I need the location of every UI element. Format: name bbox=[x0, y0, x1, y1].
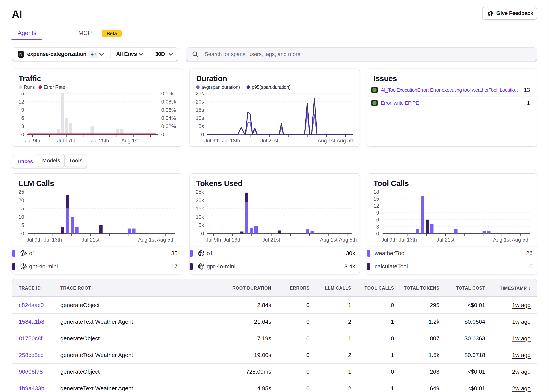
svg-text:Aug 1st: Aug 1st bbox=[138, 237, 156, 243]
svg-text:Jul 9th: Jul 9th bbox=[26, 237, 42, 243]
svg-text:0: 0 bbox=[201, 231, 204, 237]
svg-text:Jul 13th: Jul 13th bbox=[224, 237, 242, 243]
svg-text:Aug 1st: Aug 1st bbox=[320, 237, 337, 243]
svg-text:10: 10 bbox=[18, 214, 24, 220]
svg-text:Aug 5th: Aug 5th bbox=[336, 138, 354, 144]
svg-text:5s: 5s bbox=[199, 123, 204, 129]
svg-text:Jul 17th: Jul 17th bbox=[57, 138, 75, 144]
svg-text:0: 0 bbox=[21, 132, 24, 137]
svg-text:15: 15 bbox=[18, 206, 24, 211]
svg-text:0: 0 bbox=[161, 132, 164, 137]
svg-text:20: 20 bbox=[18, 197, 24, 203]
svg-text:Jul 25th: Jul 25th bbox=[91, 138, 109, 144]
svg-text:Jul 13th: Jul 13th bbox=[44, 237, 62, 243]
svg-text:Jul 21st: Jul 21st bbox=[82, 237, 100, 243]
svg-text:9: 9 bbox=[21, 107, 24, 113]
svg-text:0.02%: 0.02% bbox=[161, 123, 176, 129]
svg-text:0.1%: 0.1% bbox=[161, 91, 173, 97]
svg-text:5: 5 bbox=[21, 222, 24, 228]
svg-text:15: 15 bbox=[18, 91, 24, 97]
svg-text:Jul 21st: Jul 21st bbox=[260, 138, 278, 144]
svg-text:Aug 1st: Aug 1st bbox=[121, 138, 139, 144]
svg-text:20k: 20k bbox=[196, 197, 204, 203]
svg-text:3: 3 bbox=[21, 123, 24, 129]
svg-text:15: 15 bbox=[373, 196, 379, 202]
svg-text:10s: 10s bbox=[196, 115, 204, 121]
svg-text:18: 18 bbox=[373, 189, 379, 195]
svg-text:25s: 25s bbox=[196, 91, 204, 97]
svg-text:10k: 10k bbox=[196, 214, 204, 220]
svg-text:0.04%: 0.04% bbox=[161, 115, 176, 121]
svg-text:Jul 13th: Jul 13th bbox=[222, 138, 240, 144]
svg-text:Aug 5th: Aug 5th bbox=[157, 237, 175, 243]
svg-text:25: 25 bbox=[18, 189, 24, 195]
svg-text:Jul 9th: Jul 9th bbox=[381, 237, 397, 243]
svg-text:9: 9 bbox=[376, 210, 379, 216]
svg-text:20s: 20s bbox=[196, 99, 204, 105]
svg-text:15k: 15k bbox=[196, 206, 204, 211]
svg-text:12: 12 bbox=[373, 203, 379, 209]
svg-text:Aug 5th: Aug 5th bbox=[512, 237, 529, 243]
svg-text:Aug 1st: Aug 1st bbox=[493, 237, 511, 243]
svg-text:Jul 21st: Jul 21st bbox=[436, 237, 455, 243]
svg-text:0: 0 bbox=[21, 231, 24, 237]
svg-text:0.08%: 0.08% bbox=[161, 99, 176, 105]
svg-text:5k: 5k bbox=[199, 222, 204, 228]
svg-text:0: 0 bbox=[376, 231, 379, 237]
svg-text:15s: 15s bbox=[196, 107, 204, 113]
svg-text:Jul 9th: Jul 9th bbox=[25, 138, 40, 144]
svg-text:0: 0 bbox=[201, 132, 204, 137]
svg-text:Jul 9th: Jul 9th bbox=[204, 138, 220, 144]
svg-text:Jul 21st: Jul 21st bbox=[262, 237, 280, 243]
svg-text:Jul 13th: Jul 13th bbox=[399, 237, 417, 243]
svg-text:Aug 1st: Aug 1st bbox=[318, 138, 335, 144]
svg-text:6: 6 bbox=[376, 217, 379, 223]
svg-text:6: 6 bbox=[21, 115, 24, 121]
svg-text:0.06%: 0.06% bbox=[161, 107, 176, 113]
svg-text:Jul 9th: Jul 9th bbox=[206, 237, 221, 243]
svg-text:25k: 25k bbox=[196, 189, 204, 195]
svg-text:Aug 5th: Aug 5th bbox=[339, 237, 357, 243]
svg-text:12: 12 bbox=[18, 99, 24, 105]
svg-text:3: 3 bbox=[376, 224, 379, 230]
